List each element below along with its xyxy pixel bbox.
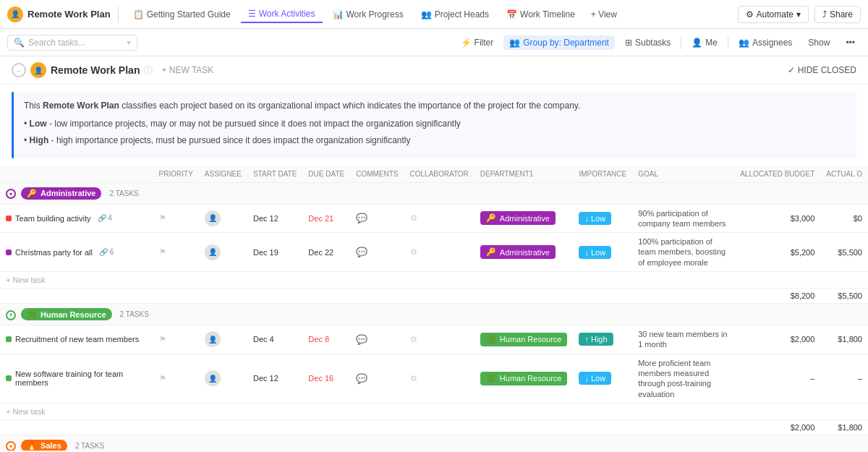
info-line1: This Remote Work Plan classifies each pr… bbox=[24, 99, 846, 113]
collapse-project-button[interactable]: – bbox=[12, 63, 26, 77]
group-toggle[interactable]: ▾ bbox=[6, 310, 16, 320]
task-priority-cell[interactable]: ⚑ bbox=[153, 233, 199, 272]
automate-button[interactable]: ⚙ Automate ▾ bbox=[738, 6, 809, 23]
task-assignee-cell[interactable]: 👤 bbox=[199, 354, 247, 403]
col-budget: ALLOCATED BUDGET bbox=[734, 166, 820, 183]
project-info-icon[interactable]: ⓘ bbox=[144, 64, 153, 77]
new-task-row-cell[interactable]: + New task bbox=[0, 272, 868, 289]
task-start-date: Dec 4 bbox=[253, 335, 274, 344]
task-priority-cell[interactable]: ⚑ bbox=[153, 204, 199, 233]
task-goal-cell: 100% participation of team members, boos… bbox=[632, 233, 734, 272]
search-icon: 🔍 bbox=[14, 38, 25, 48]
col-priority: PRIORITY bbox=[153, 166, 199, 183]
task-due-date-cell: Dec 21 bbox=[302, 204, 350, 233]
col-actual: ACTUAL O bbox=[820, 166, 868, 183]
dept-badge: 🔑 Administrative bbox=[480, 245, 556, 259]
task-dot-icon bbox=[6, 375, 12, 381]
me-button[interactable]: 👤 Me bbox=[686, 35, 723, 50]
toolbar: 🔍 Search tasks... ▾ ⚡ Filter 👥 Group by:… bbox=[0, 29, 868, 56]
task-budget-cell: $5,200 bbox=[734, 233, 820, 272]
group-toggle[interactable]: ▾ bbox=[6, 441, 16, 451]
tab-work-progress[interactable]: 📊 Work Progress bbox=[326, 7, 411, 22]
hide-closed-button[interactable]: ✓ HIDE CLOSED bbox=[788, 65, 856, 75]
task-dept-cell: 🌿 Human Resource bbox=[475, 354, 574, 403]
dept-icon: 🌿 bbox=[486, 335, 496, 344]
new-task-button[interactable]: + NEW TASK bbox=[157, 64, 218, 77]
task-goal-text: 100% participation of team members, boos… bbox=[638, 237, 726, 267]
project-avatar: 👤 bbox=[30, 62, 46, 78]
main-content: – 👤 Remote Work Plan ⓘ + NEW TASK ✓ HIDE… bbox=[0, 56, 868, 451]
dept-badge: 🌿 Human Resource bbox=[480, 333, 568, 346]
col-due-date: DUE DATE bbox=[302, 166, 350, 183]
task-start-date: Dec 12 bbox=[253, 214, 278, 223]
priority-flag-icon: ⚑ bbox=[159, 247, 166, 256]
assignees-button[interactable]: 👥 Assignees bbox=[733, 35, 798, 50]
group-by-button[interactable]: 👥 Group by: Department bbox=[503, 35, 615, 50]
task-name: Team building activity 🔗 4 bbox=[6, 214, 148, 223]
subtasks-button[interactable]: ⊞ Subtasks bbox=[619, 35, 676, 50]
task-priority-cell[interactable]: ⚑ bbox=[153, 354, 199, 403]
group-toggle[interactable]: ▾ bbox=[6, 189, 16, 199]
task-priority-cell[interactable]: ⚑ bbox=[153, 325, 199, 354]
group-row-human-resource[interactable]: ▾ 🌿 Human Resource 2 TASKS bbox=[0, 304, 868, 325]
subtotal-budget: $8,200 bbox=[734, 289, 820, 304]
task-collaborator-cell[interactable]: ⚙ bbox=[404, 233, 475, 272]
share-button[interactable]: ⤴ Share bbox=[814, 6, 861, 23]
automate-chevron-icon: ▾ bbox=[796, 9, 801, 20]
task-comments-cell[interactable]: 💬 bbox=[350, 354, 404, 403]
task-assignee-cell[interactable]: 👤 bbox=[199, 233, 247, 272]
info-box: This Remote Work Plan classifies each pr… bbox=[12, 92, 856, 158]
info-bullet2: • High - high importance projects, must … bbox=[24, 134, 846, 148]
new-task-row-cell[interactable]: + New task bbox=[0, 403, 868, 419]
task-budget-cell: $2,000 bbox=[734, 325, 820, 354]
task-name-text[interactable]: Recruitment of new team members bbox=[15, 335, 139, 344]
add-view-button[interactable]: + View bbox=[585, 7, 623, 22]
task-assignee-cell[interactable]: 👤 bbox=[199, 204, 247, 233]
task-name-text[interactable]: Christmas party for all bbox=[15, 248, 93, 257]
task-assignee-cell[interactable]: 👤 bbox=[199, 325, 247, 354]
task-comments-cell[interactable]: 💬 bbox=[350, 325, 404, 354]
task-start-date-cell: Dec 12 bbox=[247, 204, 302, 233]
task-collaborator-cell[interactable]: ⚙ bbox=[404, 354, 475, 403]
task-importance-cell: ↑ High bbox=[573, 325, 632, 354]
task-name: New software training for team members bbox=[6, 370, 148, 387]
tab-getting-started[interactable]: 📋 Getting Started Guide bbox=[126, 7, 238, 22]
task-start-date-cell: Dec 12 bbox=[247, 354, 302, 403]
more-options-button[interactable]: ••• bbox=[840, 35, 861, 50]
task-name-cell: Team building activity 🔗 4 bbox=[0, 204, 153, 233]
task-name-text[interactable]: New software training for team members bbox=[15, 370, 148, 387]
task-due-date: Dec 16 bbox=[308, 374, 333, 383]
group-by-icon: 👥 bbox=[509, 38, 520, 48]
tab-work-timeline[interactable]: 📅 Work Timeline bbox=[499, 7, 582, 22]
subtotal-row: $2,000 $1,800 bbox=[0, 419, 868, 435]
task-comments-cell[interactable]: 💬 bbox=[350, 204, 404, 233]
task-collaborator-cell[interactable]: ⚙ bbox=[404, 204, 475, 233]
tab-project-heads[interactable]: 👥 Project Heads bbox=[414, 7, 496, 22]
table-row: Recruitment of new team members ⚑ 👤 Dec … bbox=[0, 325, 868, 354]
table-row: Christmas party for all 🔗 6 ⚑ 👤 Dec 19 D… bbox=[0, 233, 868, 272]
new-task-row[interactable]: + New task bbox=[0, 403, 868, 419]
group-row-sales[interactable]: ▾ 🔥 Sales 2 TASKS bbox=[0, 435, 868, 451]
col-comments: COMMENTS bbox=[350, 166, 404, 183]
subtotal-budget: $2,000 bbox=[734, 419, 820, 435]
importance-arrow-icon: ↓ bbox=[584, 248, 589, 257]
search-box[interactable]: 🔍 Search tasks... ▾ bbox=[7, 35, 137, 51]
task-comments-cell[interactable]: 💬 bbox=[350, 233, 404, 272]
priority-flag-icon: ⚑ bbox=[159, 374, 166, 383]
project-logo[interactable]: 👤 Remote Work Plan bbox=[7, 7, 119, 22]
show-button[interactable]: Show bbox=[802, 35, 835, 50]
task-budget-cell: $3,000 bbox=[734, 204, 820, 233]
task-name-text[interactable]: Team building activity bbox=[15, 214, 91, 223]
filter-button[interactable]: ⚡ Filter bbox=[455, 35, 500, 50]
dept-icon: 🌿 bbox=[486, 374, 496, 383]
task-collaborator-cell[interactable]: ⚙ bbox=[404, 325, 475, 354]
group-row-administrative[interactable]: ▾ 🔑 Administrative 2 TASKS bbox=[0, 182, 868, 204]
task-dept-cell: 🌿 Human Resource bbox=[475, 325, 574, 354]
task-goal-cell: 90% participation of company team member… bbox=[632, 204, 734, 233]
group-meta: 2 TASKS bbox=[120, 310, 149, 318]
new-task-row[interactable]: + New task bbox=[0, 272, 868, 289]
task-importance-cell: ↓ Low bbox=[573, 233, 632, 272]
task-actual-cell: $0 bbox=[820, 204, 868, 233]
task-due-date-cell: Dec 16 bbox=[302, 354, 350, 403]
tab-work-activities[interactable]: ☰ Work Activities bbox=[241, 6, 323, 23]
